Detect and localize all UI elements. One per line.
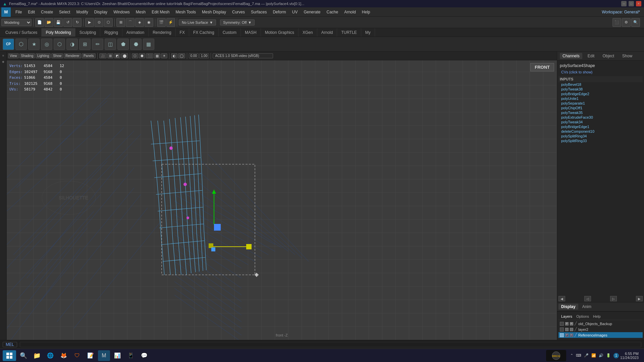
taskbar-app1[interactable]: 📊 [111, 350, 123, 361]
redo-button[interactable]: ↻ [73, 18, 82, 27]
vp-shading-menu[interactable]: Shading [19, 53, 35, 58]
layer-vis1[interactable]: P [565, 322, 569, 325]
vp-solid-button[interactable]: ⬛ [146, 53, 153, 58]
left-panel-btn1[interactable]: ≡ [1, 53, 6, 58]
rp-tab-object[interactable]: Object [600, 53, 617, 59]
menu-edit-mesh[interactable]: Edit Mesh [149, 9, 172, 15]
shelf-cp[interactable]: CP [3, 39, 14, 50]
vp-light-button[interactable]: ☀ [161, 53, 167, 58]
tab-mash[interactable]: MASH [241, 28, 261, 37]
input-polychipoff1[interactable]: polyChipOff1 [558, 106, 643, 110]
rp-scroll-prev[interactable]: ◁ [584, 296, 591, 301]
layers-tab[interactable]: Layers [560, 314, 574, 319]
input-polybridgeedge2[interactable]: polyBridgeEdge2 [558, 92, 643, 96]
rp-tab-channels[interactable]: Channels [560, 53, 582, 59]
input-deletecomponent10[interactable]: deleteComponent10 [558, 129, 643, 134]
no-live-surface-selector[interactable]: No Live Surface ▼ [179, 19, 216, 25]
tab-animation[interactable]: Animation [122, 28, 149, 37]
close-button[interactable]: ✕ [636, 1, 641, 6]
input-polybridgeedge1[interactable]: polyBridgeEdge1 [558, 124, 643, 129]
layer-p3[interactable]: P [565, 334, 569, 337]
layer-r1[interactable]: R [570, 322, 573, 325]
mel-label[interactable]: MEL [3, 342, 17, 347]
tab-fx[interactable]: FX [176, 28, 189, 37]
vp-shadow-button[interactable]: ◐ [171, 53, 177, 58]
notification-badge[interactable]: 1 [613, 353, 619, 358]
vp-camera-button[interactable]: 🎥 [99, 53, 107, 58]
select-tool-button[interactable]: ▶ [85, 18, 94, 27]
rp-tab-edit[interactable]: Edit [585, 53, 597, 59]
layer-vis2[interactable] [565, 328, 569, 331]
tab-motion-graphics[interactable]: Motion Graphics [261, 28, 299, 37]
workspace-selector[interactable]: Workspace: General* [599, 9, 643, 15]
tab-turtle[interactable]: TURTLE [337, 28, 361, 37]
menu-display[interactable]: Display [92, 9, 110, 15]
menu-generate[interactable]: Generate [301, 9, 323, 15]
taskbar-whatsapp[interactable]: 📱 [125, 350, 137, 361]
vp-renderer-select[interactable]: ACES 1.0 SDR-video (sRGB) [213, 53, 273, 58]
layer-r3[interactable]: R [570, 334, 573, 337]
vp-wireframe-button[interactable]: ⬡ [132, 53, 138, 58]
mode-select[interactable]: Modeling [1, 19, 32, 26]
anim-tab[interactable]: Anim [580, 304, 594, 310]
menu-surfaces[interactable]: Surfaces [248, 9, 269, 15]
menu-windows[interactable]: Windows [111, 9, 132, 15]
render-button[interactable]: 🎬 [157, 18, 166, 27]
vp-grid-button[interactable]: ⊞ [107, 53, 113, 58]
rp-scroll-left[interactable]: ◀ [558, 296, 565, 301]
open-scene-button[interactable]: 📂 [45, 18, 53, 27]
taskbar-expand[interactable]: ⌃ [570, 353, 573, 358]
vp-panels-menu[interactable]: Panels [82, 53, 96, 58]
shelf-bevel[interactable]: ◎ [41, 39, 52, 50]
layer-checkbox1[interactable] [560, 322, 564, 326]
ipr-button[interactable]: ⚡ [166, 18, 175, 27]
vp-texture-button[interactable]: ▦ [154, 53, 160, 58]
start-button[interactable] [3, 350, 16, 361]
layout-button3[interactable]: 🔍 [631, 18, 640, 27]
maximize-button[interactable]: □ [629, 1, 634, 6]
tab-xgen[interactable]: XGen [299, 28, 317, 37]
tab-custom[interactable]: Custom [219, 28, 241, 37]
vp-value1[interactable]: 0.00 [189, 53, 199, 58]
options-tab[interactable]: Options [575, 314, 590, 319]
cvs-label[interactable]: CVs (click to show) [558, 69, 643, 75]
tab-rigging[interactable]: Rigging [100, 28, 122, 37]
show-desktop-button[interactable] [640, 349, 641, 362]
taskbar-firefox[interactable]: 🦊 [58, 350, 70, 361]
layer-checkbox3[interactable] [560, 333, 564, 337]
layer-reference-images[interactable]: P R ╱ ReferenceImages [558, 332, 643, 338]
rp-tab-show[interactable]: Show [620, 53, 635, 59]
input-polybevel18[interactable]: polyBevel18 [558, 82, 643, 87]
rp-scroll-next[interactable]: ▷ [610, 296, 617, 301]
taskbar-explorer[interactable]: 📁 [31, 350, 43, 361]
vp-smooth-button[interactable]: ⬢ [139, 53, 145, 58]
taskbar-edge[interactable]: 🌐 [44, 350, 56, 361]
tab-arnold[interactable]: Arnold [317, 28, 337, 37]
undo-button[interactable]: ↺ [63, 18, 72, 27]
shelf-quad-draw[interactable]: ◫ [105, 39, 116, 50]
tab-rendering[interactable]: Rendering [149, 28, 175, 37]
menu-file[interactable]: File [13, 9, 24, 15]
menu-help[interactable]: Help [359, 9, 373, 15]
layer-checkbox2[interactable] [560, 327, 564, 331]
menu-uv[interactable]: UV [289, 9, 301, 15]
layer-old-objects[interactable]: P R ╱ old_Objects_Backup [558, 321, 643, 326]
save-scene-button[interactable]: 💾 [54, 18, 63, 27]
menu-create[interactable]: Create [38, 9, 56, 15]
tab-sculpting[interactable]: Sculpting [75, 28, 100, 37]
taskbar-onenote[interactable]: 📝 [85, 350, 97, 361]
menu-select[interactable]: Select [56, 9, 73, 15]
help-tab[interactable]: Help [592, 314, 602, 319]
rp-scroll-right[interactable]: ▶ [636, 296, 643, 301]
tab-curves-surfaces[interactable]: Curves / Surfaces [1, 28, 42, 37]
vp-ao-button[interactable]: ◯ [178, 53, 185, 58]
input-polyextrudeface30[interactable]: polyExtrudeFace30 [558, 115, 643, 120]
menu-curves[interactable]: Curves [229, 9, 248, 15]
vp-lighting-menu[interactable]: Lighting [36, 53, 51, 58]
menu-mesh[interactable]: Mesh [133, 9, 148, 15]
tab-my[interactable]: My [361, 28, 375, 37]
shelf-select-mesh[interactable]: ⬡ [15, 39, 27, 50]
layout-button1[interactable]: ⬛ [612, 18, 621, 27]
shelf-combine[interactable]: ⬟ [117, 39, 129, 50]
new-scene-button[interactable]: 📄 [35, 18, 44, 27]
